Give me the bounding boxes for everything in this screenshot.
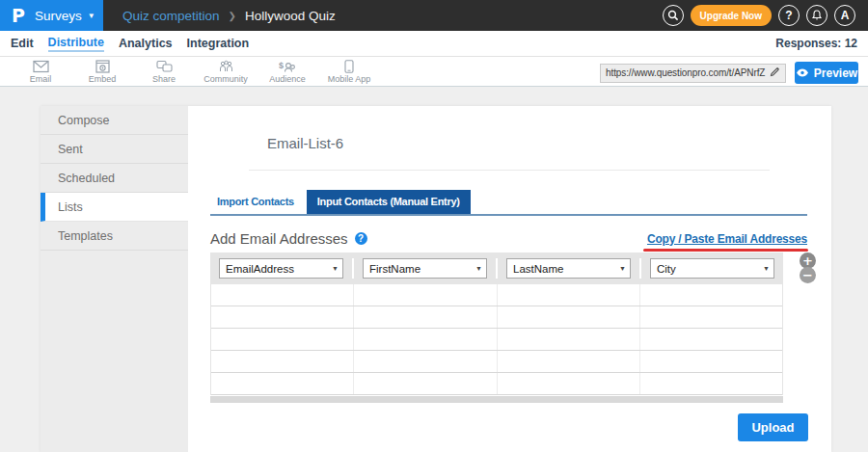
questionpro-logo-icon: P — [12, 5, 25, 26]
channel-email[interactable]: Email — [10, 57, 71, 84]
cell-input[interactable] — [498, 373, 640, 394]
column-select-emailaddress[interactable]: EmailAddress▼ — [219, 258, 343, 279]
sidebar-item-lists[interactable]: Lists — [41, 193, 188, 222]
table-row — [211, 373, 782, 395]
cell-input[interactable] — [640, 351, 782, 372]
cell-input[interactable] — [640, 373, 782, 394]
upgrade-now-button[interactable]: Upgrade Now — [691, 5, 772, 26]
search-icon[interactable] — [663, 5, 684, 26]
horizontal-scrollbar[interactable] — [210, 396, 783, 403]
share-icon — [156, 60, 173, 73]
cell-input[interactable] — [211, 306, 354, 328]
contacts-table-header: EmailAddress▼ FirstName▼ LastName▼ City▼ — [210, 253, 783, 284]
select-arrow-icon: ▼ — [763, 265, 770, 272]
survey-url-field[interactable]: https://www.questionpro.com/t/APNrfZ — [600, 64, 786, 83]
cell-input[interactable] — [640, 284, 782, 306]
channel-community[interactable]: Community — [195, 57, 257, 84]
preview-button[interactable]: Preview — [795, 62, 858, 84]
tab-integration[interactable]: Integration — [187, 37, 250, 51]
channel-mobile-app[interactable]: Mobile App — [318, 57, 380, 84]
cell-input[interactable] — [354, 284, 497, 306]
cell-input[interactable] — [498, 329, 640, 350]
contacts-table: EmailAddress▼ FirstName▼ LastName▼ City▼ — [210, 253, 783, 403]
cell-input[interactable] — [211, 373, 354, 394]
select-arrow-icon: ▼ — [619, 265, 626, 272]
table-row — [211, 329, 782, 351]
cell-input[interactable] — [211, 329, 354, 350]
channel-embed[interactable]: Embed — [71, 57, 133, 84]
table-row — [211, 351, 782, 373]
sidebar-item-sent[interactable]: Sent — [41, 135, 188, 164]
column-select-firstname[interactable]: FirstName▼ — [363, 258, 487, 279]
mobile-app-icon — [344, 60, 354, 73]
chevron-down-icon: ▼ — [88, 12, 95, 20]
cell-input[interactable] — [354, 373, 497, 394]
tab-input-contacts-manual[interactable]: Input Contacts (Manual Entry) — [307, 190, 471, 214]
section-title: Add Email Addresses — [210, 230, 348, 247]
cell-input[interactable] — [354, 306, 497, 328]
tab-analytics[interactable]: Analytics — [119, 37, 173, 51]
eye-icon — [796, 68, 809, 77]
upload-button[interactable]: Upload — [738, 413, 808, 441]
list-title: Email-List-6 — [249, 135, 770, 151]
cell-input[interactable] — [354, 351, 497, 372]
embed-icon — [95, 60, 110, 73]
sidebar-item-compose[interactable]: Compose — [41, 106, 188, 135]
email-lists-card: Compose Sent Scheduled Lists Templates E… — [41, 106, 831, 452]
column-select-city[interactable]: City▼ — [650, 258, 774, 279]
tab-distribute[interactable]: Distribute — [48, 36, 104, 52]
distribute-toolbar: Email Embed Share Community $ Audience M… — [0, 57, 868, 87]
tab-edit[interactable]: Edit — [11, 37, 34, 51]
community-icon — [218, 60, 234, 73]
responses-count[interactable]: Responses: 12 — [775, 37, 857, 50]
cell-input[interactable] — [354, 329, 497, 350]
list-content: Email-List-6 Import Contacts Input Conta… — [188, 106, 831, 452]
contacts-tabs: Import Contacts Input Contacts (Manual E… — [210, 190, 807, 216]
column-select-lastname[interactable]: LastName▼ — [506, 258, 631, 279]
breadcrumb-current: Hollywood Quiz — [245, 9, 336, 23]
avatar[interactable]: A — [834, 5, 855, 26]
title-divider — [249, 170, 770, 171]
survey-nav: Edit Distribute Analytics Integration Re… — [0, 31, 868, 57]
top-bar: P Surveys ▼ Quiz competition ❯ Hollywood… — [0, 0, 868, 31]
help-button[interactable]: ? — [778, 5, 800, 26]
breadcrumb-parent[interactable]: Quiz competition — [122, 9, 220, 23]
sidebar-item-scheduled[interactable]: Scheduled — [41, 164, 188, 193]
channel-share[interactable]: Share — [133, 57, 195, 84]
product-switcher-label: Surveys — [35, 9, 82, 23]
cell-input[interactable] — [498, 306, 640, 328]
tab-import-contacts[interactable]: Import Contacts — [210, 190, 301, 214]
email-sidebar: Compose Sent Scheduled Lists Templates — [41, 106, 188, 452]
cell-input[interactable] — [498, 351, 640, 372]
select-arrow-icon: ▼ — [332, 265, 339, 272]
remove-row-button[interactable]: − — [800, 267, 816, 283]
breadcrumb: Quiz competition ❯ Hollywood Quiz — [122, 9, 336, 23]
contacts-table-body — [210, 284, 783, 395]
cell-input[interactable] — [211, 284, 354, 306]
svg-text:$: $ — [279, 61, 284, 70]
sidebar-item-templates[interactable]: Templates — [41, 222, 188, 251]
audience-icon: $ — [279, 60, 296, 73]
cell-input[interactable] — [211, 351, 354, 372]
cell-input[interactable] — [498, 284, 640, 306]
cell-input[interactable] — [640, 329, 782, 350]
email-icon — [33, 60, 49, 73]
brand-area[interactable]: P Surveys ▼ — [0, 0, 103, 31]
notifications-bell-icon[interactable] — [806, 5, 827, 26]
cell-input[interactable] — [640, 306, 782, 328]
select-arrow-icon: ▼ — [475, 265, 482, 272]
channel-audience[interactable]: $ Audience — [257, 57, 318, 84]
main-area: Compose Sent Scheduled Lists Templates E… — [0, 87, 868, 452]
table-row — [211, 284, 782, 306]
help-badge-icon[interactable]: ? — [355, 232, 367, 245]
edit-url-pencil-icon[interactable] — [770, 66, 780, 79]
breadcrumb-separator-icon: ❯ — [229, 11, 236, 21]
table-row — [211, 306, 782, 329]
copy-paste-link[interactable]: Copy / Paste Email Addresses — [647, 232, 807, 246]
